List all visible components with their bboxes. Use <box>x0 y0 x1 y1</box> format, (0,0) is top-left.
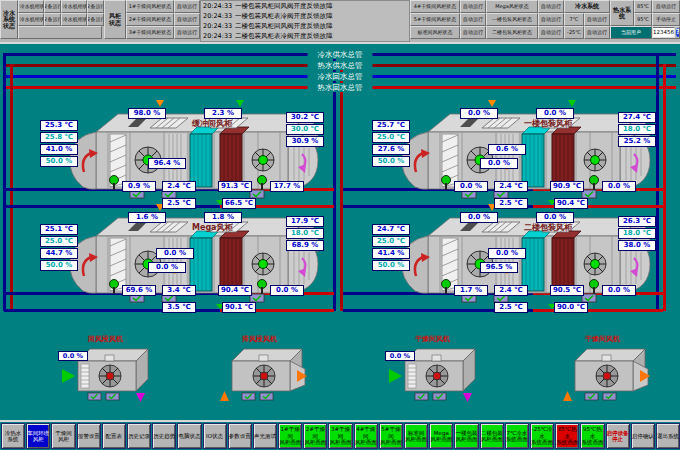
chilled-temp-2: -25℃ <box>564 26 584 39</box>
toolbar-button[interactable]: 7℃冷水 系统画面 <box>505 423 529 449</box>
toolbar-button[interactable]: 配置表 <box>102 423 126 449</box>
toolbar-button[interactable]: 历史趋势 <box>152 423 176 449</box>
temp-setpoint[interactable]: 25.0 ℃ <box>40 236 78 247</box>
humidity-setpoint[interactable]: 50.0 % <box>40 260 78 271</box>
toolbar-button[interactable]: 干燥间 风柜 <box>51 423 75 449</box>
damper-position: 0.6 % <box>488 144 526 155</box>
hot-status-1: 自动运行 <box>652 0 680 13</box>
fancoil-status-label: 二楼包装风柜状态 <box>486 26 538 39</box>
chiller-status-status: 设备运行 <box>44 13 61 26</box>
supply-temp-setpoint[interactable]: 30.0 ℃ <box>286 124 324 135</box>
alarm-row[interactable]: 20:24:33二楼包装风柜表冷阀开度反馈故障 <box>201 31 409 41</box>
hot-supply-temp: 90.5 ℃ <box>550 285 584 296</box>
fancoil-status-label: 5#干燥间风柜状态 <box>410 13 460 26</box>
fan-graphic <box>212 343 307 403</box>
temp-setpoint[interactable]: 25.0 ℃ <box>372 132 410 143</box>
alarm-timestamp: 20:24:33 <box>201 12 235 20</box>
fan-fan4[interactable]: 干燥间风机 <box>555 334 650 404</box>
chilled-return-temp: 2.5 ℃ <box>494 302 528 313</box>
status-grid-3: Mega风柜状态自动运行一楼包装风柜状态自动运行二楼包装风柜状态自动运行 <box>486 0 564 42</box>
toolbar-button[interactable]: 1#干燥间 风柜画面 <box>278 423 302 449</box>
supply-air-temp: 30.2 ℃ <box>286 112 324 123</box>
fancoil-status-grid: 1#干燥间风柜状态自动运行2#干燥间风柜状态自动运行3#干燥间风柜状态自动运行 <box>126 0 200 42</box>
toolbar-button[interactable]: 历史记录 <box>127 423 151 449</box>
chilled-valve-icon[interactable] <box>440 279 452 294</box>
damper-position: 0.0 % <box>156 248 194 259</box>
supply-temp-setpoint[interactable]: 18.0 ℃ <box>618 124 656 135</box>
toolbar-button[interactable]: 电脑状态 <box>177 423 201 449</box>
toolbar-button[interactable]: 启停设备 停止 <box>606 423 630 449</box>
current-user-value[interactable]: 123456 <box>652 27 675 38</box>
fan-fan2[interactable]: 排风段风机 <box>212 334 307 404</box>
hot-temp-1: 85℃ <box>634 0 652 13</box>
hot-system-title: 热水系统 <box>610 0 634 26</box>
chilled-supply-temp: 2.4 ℃ <box>162 181 196 192</box>
pipe-vertical <box>3 53 6 311</box>
pipe-label: 冷水回水总管 <box>308 72 373 81</box>
toolbar-button[interactable]: 车间环境 风柜 <box>26 423 50 449</box>
chilled-valve-icon[interactable] <box>108 279 120 294</box>
toolbar-button[interactable]: 2#干燥间 风柜画面 <box>303 423 327 449</box>
damper-position: 0.0 % <box>480 158 518 169</box>
humidity-setpoint[interactable]: 50.0 % <box>372 260 410 271</box>
toolbar-button[interactable]: 声光测试 <box>253 423 277 449</box>
hot-valve-icon[interactable] <box>588 279 600 294</box>
toolbar-button[interactable]: IO状态 <box>203 423 227 449</box>
chiller-status-status: 设备运行 <box>44 0 61 13</box>
toolbar-button[interactable]: 参数设置 <box>228 423 252 449</box>
fancoil-status-status: 自动运行 <box>460 0 486 13</box>
fan-hub <box>433 372 441 380</box>
temp-setpoint[interactable]: 25.8 ℃ <box>40 132 78 143</box>
toolbar-button[interactable]: 退出系统 <box>656 423 680 449</box>
toolbar-button[interactable]: 标准间 风柜画面 <box>404 423 428 449</box>
supply-temp-setpoint[interactable]: 18.0 ℃ <box>286 228 324 239</box>
alarm-row[interactable]: 20:24:33二楼包装风柜回风阀开度反馈故障 <box>201 21 409 31</box>
toolbar-button[interactable]: 二楼包装 风柜画面 <box>480 423 504 449</box>
io-connector <box>585 393 616 400</box>
humidity-setpoint[interactable]: 50.0 % <box>40 156 78 167</box>
ahu-floor2-packing[interactable]: 二楼包装风柜 24.7 ℃ 25.0 ℃ 41.4 % 50.0 % 0.0 %… <box>372 212 662 312</box>
alarm-list[interactable]: 20:24:33一楼包装风柜回风阀开度反馈故障20:24:33一楼包装风柜表冷阀… <box>200 0 410 42</box>
toolbar-button[interactable]: 3#干燥间 风柜画面 <box>328 423 352 449</box>
toolbar-button[interactable]: 一楼包装 风柜画面 <box>454 423 478 449</box>
alarm-timestamp: 20:24:33 <box>201 2 235 10</box>
toolbar-button[interactable]: 85℃热水 系统画面 <box>555 423 579 449</box>
toolbar-button[interactable]: Mega 风柜画面 <box>429 423 453 449</box>
inlet-arrow <box>389 369 402 383</box>
supply-temp-setpoint[interactable]: 18.0 ℃ <box>618 228 656 239</box>
alarm-row[interactable]: 20:24:33一楼包装风柜表冷阀开度反馈故障 <box>201 11 409 21</box>
toolbar-button[interactable]: 4#干燥间 风柜画面 <box>354 423 378 449</box>
hot-valve-icon[interactable] <box>256 175 268 190</box>
hot-valve-icon[interactable] <box>588 175 600 190</box>
chiller-status-label: 3#冷水机组状态 <box>61 13 87 26</box>
return-air-humidity: 27.6 % <box>372 144 410 155</box>
ahu-mega[interactable]: Mega风柜 25.1 ℃ 25.0 ℃ 44.7 % 50.0 % 1.6 %… <box>40 212 330 312</box>
cooling-coil <box>522 134 544 187</box>
chilled-status-2: 自动运行 <box>584 26 610 39</box>
ahu-buffer-room[interactable]: 缓冲间风柜 25.3 ℃ 25.8 ℃ 41.0 % 50.0 % 98.0 %… <box>40 108 330 208</box>
chilled-valve-icon[interactable] <box>108 175 120 190</box>
toolbar-button[interactable]: 启停确认 <box>631 423 655 449</box>
ahu-floor1-packing[interactable]: 一楼包装风柜 25.7 ℃ 25.0 ℃ 27.6 % 50.0 % 0.0 %… <box>372 108 662 208</box>
help-icon[interactable]: ? <box>676 28 680 37</box>
alarm-row[interactable]: 20:24:33一楼包装风柜回风阀开度反馈故障 <box>201 1 409 11</box>
humidity-setpoint[interactable]: 50.0 % <box>372 156 410 167</box>
fan-fan1[interactable]: 回风段风机 0.0 <box>58 334 153 404</box>
fan-fan3[interactable]: 干燥间风机 0.0 <box>385 334 480 404</box>
hot-valve-icon[interactable] <box>256 279 268 294</box>
fan-speed-feedback: 0.0 % <box>385 351 415 361</box>
chilled-valve-icon[interactable] <box>440 175 452 190</box>
heating-coil <box>220 134 242 187</box>
chilled-supply-temp: 2.4 ℃ <box>494 285 528 296</box>
toolbar-button[interactable]: 冷热水 系统 <box>1 423 25 449</box>
temp-setpoint[interactable]: 25.0 ℃ <box>372 236 410 247</box>
toolbar-button[interactable]: 95℃热水 系统画面 <box>580 423 604 449</box>
cooling-coil <box>190 134 212 187</box>
toolbar-button[interactable]: -25℃冷水 系统画面 <box>530 423 554 449</box>
return-air-humidity: 44.7 % <box>40 248 78 259</box>
fancoil-status-label: 标准间风柜状态 <box>410 26 460 39</box>
bottom-toolbar: 冷热水 系统车间环境 风柜干燥间 风柜报警设置配置表历史记录历史趋势电脑状态IO… <box>0 420 680 450</box>
toolbar-button[interactable]: 5#干燥间 风柜画面 <box>379 423 403 449</box>
chilled-return-temp: 2.5 ℃ <box>494 198 528 209</box>
toolbar-button[interactable]: 报警设置 <box>77 423 101 449</box>
